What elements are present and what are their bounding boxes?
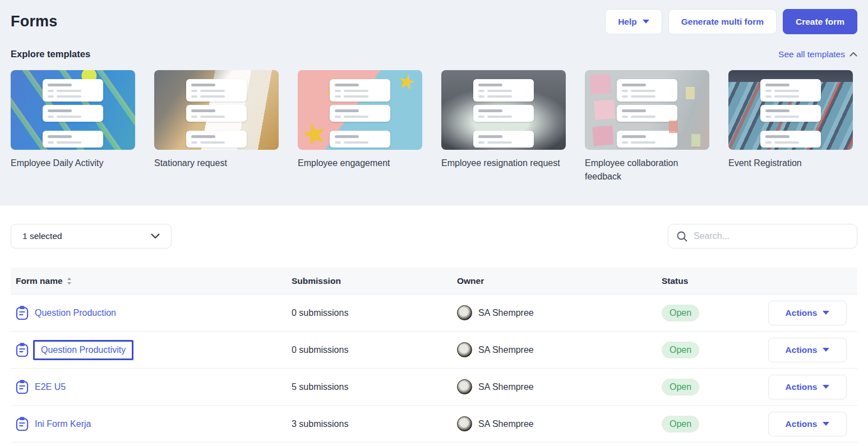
explore-templates-title: Explore templates <box>11 49 90 59</box>
submission-cell: 3 submissions <box>292 419 457 429</box>
owner-cell: SA Shempree <box>457 342 662 357</box>
template-label: Employee engagement <box>298 157 418 170</box>
column-header-submission: Submission <box>292 276 457 286</box>
table-row: Question Production 0 submissions SA She… <box>11 295 857 332</box>
help-button[interactable]: Help <box>605 9 662 34</box>
form-preview-card <box>330 105 390 122</box>
chevron-down-icon <box>823 422 829 426</box>
template-card[interactable]: Employee resignation request <box>441 70 566 183</box>
generate-multi-form-label: Generate multi form <box>681 17 764 27</box>
owner-name: SA Shempree <box>478 419 534 429</box>
chevron-down-icon <box>823 348 829 352</box>
actions-button[interactable]: Actions <box>768 301 847 325</box>
form-name-cell: Ini Form Kerja <box>11 416 292 431</box>
status-cell: Open <box>662 342 768 358</box>
form-name-link[interactable]: Question Production <box>35 308 116 318</box>
owner-name: SA Shempree <box>478 308 534 318</box>
search-box <box>668 224 857 249</box>
actions-cell: Actions <box>768 375 858 399</box>
status-cell: Open <box>662 416 768 433</box>
actions-button-label: Actions <box>786 382 818 392</box>
table-row: Ini Form Kerja 3 submissions SA Shempree… <box>11 406 857 443</box>
actions-cell: Actions <box>768 412 858 436</box>
actions-button[interactable]: Actions <box>768 338 847 362</box>
sort-icon[interactable] <box>67 277 72 285</box>
form-preview-card <box>186 105 247 122</box>
form-preview-card <box>186 131 247 148</box>
column-header-status: Status <box>662 276 768 286</box>
table-row: E2E U5 5 submissions SA Shempree Open Ac… <box>11 369 857 406</box>
search-icon <box>676 231 688 242</box>
table-header: Form name Submission Owner Status <box>11 268 857 295</box>
template-label: Event Registration <box>728 157 848 170</box>
owner-cell: SA Shempree <box>457 416 662 431</box>
table-row: Question Productivity 0 submissions SA S… <box>11 332 857 369</box>
selection-dropdown-label: 1 selected <box>22 231 62 241</box>
owner-avatar <box>457 416 472 431</box>
create-form-button[interactable]: Create form <box>783 9 857 34</box>
forms-list-section: 1 selected Form name Submission Owner <box>0 224 868 443</box>
actions-button[interactable]: Actions <box>768 375 847 399</box>
actions-button-label: Actions <box>786 308 818 318</box>
template-card[interactable]: Employee Daily Activity <box>11 70 135 183</box>
form-preview-card <box>330 131 390 148</box>
chevron-up-icon <box>849 52 857 57</box>
template-thumbnail <box>441 70 566 150</box>
form-preview-card <box>760 105 821 122</box>
template-card[interactable]: Stationary request <box>154 70 279 183</box>
chevron-down-icon <box>151 233 160 239</box>
template-card[interactable]: Event Registration <box>728 70 853 183</box>
template-thumbnail <box>728 70 853 150</box>
template-thumbnail <box>154 70 279 150</box>
status-badge: Open <box>662 379 699 396</box>
form-name-link[interactable]: Question Productivity <box>41 345 126 355</box>
form-name-link[interactable]: E2E U5 <box>35 382 66 392</box>
form-preview-card <box>617 79 677 102</box>
form-preview-card <box>617 131 677 148</box>
form-name-cell: E2E U5 <box>11 379 292 394</box>
header-actions: Help Generate multi form Create form <box>605 9 857 34</box>
template-cards-row: Employee Daily Activity <box>11 70 857 183</box>
actions-cell: Actions <box>768 338 858 362</box>
template-label: Employee resignation request <box>441 157 561 170</box>
status-cell: Open <box>662 379 768 396</box>
help-button-label: Help <box>618 17 637 27</box>
clipboard-icon <box>16 379 29 394</box>
owner-avatar <box>457 379 472 394</box>
template-label: Employee Daily Activity <box>11 157 131 170</box>
actions-button[interactable]: Actions <box>768 412 847 436</box>
generate-multi-form-button[interactable]: Generate multi form <box>668 9 777 34</box>
form-link-wrapper: E2E U5 <box>35 382 66 392</box>
selection-dropdown[interactable]: 1 selected <box>11 224 172 249</box>
owner-name: SA Shempree <box>478 345 534 355</box>
template-card[interactable]: Employee engagement <box>298 70 422 183</box>
column-header-owner: Owner <box>457 276 662 286</box>
form-link-wrapper: Ini Form Kerja <box>35 419 91 429</box>
form-name-link[interactable]: Ini Form Kerja <box>35 419 91 429</box>
form-link-wrapper: Question Productivity <box>33 340 133 360</box>
template-thumbnail <box>11 70 135 150</box>
template-thumbnail <box>298 70 422 150</box>
owner-avatar <box>457 342 472 357</box>
submission-cell: 5 submissions <box>292 382 457 392</box>
submission-cell: 0 submissions <box>292 308 457 318</box>
template-label: Stationary request <box>154 157 274 170</box>
explore-templates-row: Explore templates See all templates <box>11 49 857 59</box>
forms-table: Form name Submission Owner Status <box>11 268 857 443</box>
status-badge: Open <box>662 305 699 321</box>
search-input[interactable] <box>694 231 849 241</box>
owner-cell: SA Shempree <box>457 379 662 394</box>
form-link-wrapper: Question Production <box>35 308 116 318</box>
top-section: Forms Help Generate multi form Create fo… <box>0 0 868 205</box>
clipboard-icon <box>16 416 29 431</box>
create-form-label: Create form <box>796 17 844 27</box>
form-preview-card <box>473 79 534 102</box>
page-title: Forms <box>11 13 58 30</box>
form-preview-card <box>760 131 821 148</box>
see-all-templates-link[interactable]: See all templates <box>778 49 857 59</box>
clipboard-icon <box>16 305 29 320</box>
status-cell: Open <box>662 305 768 321</box>
template-card[interactable]: Employee collaboration feedback <box>585 70 709 183</box>
column-header-form-name[interactable]: Form name <box>11 276 292 286</box>
form-preview-card <box>617 105 677 122</box>
